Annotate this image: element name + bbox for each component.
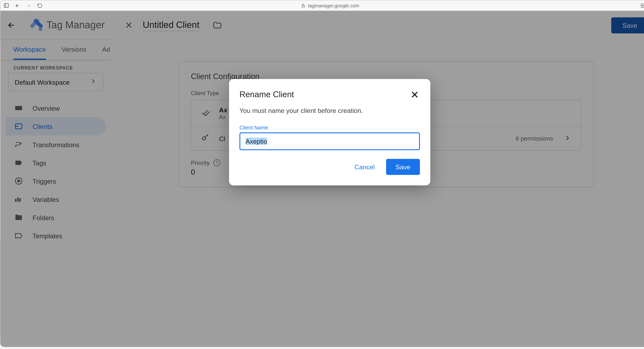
back-icon[interactable] [14,3,20,9]
modal-title: Rename Client [240,90,294,99]
rename-client-modal: Rename Client You must name your client … [229,79,430,185]
svg-rect-2 [302,5,304,7]
client-name-label: Client Name [240,125,420,131]
cancel-button[interactable]: Cancel [346,159,382,175]
browser-chrome: tagmanager.google.com [0,1,644,11]
forward-icon[interactable] [26,3,32,9]
modal-save-button[interactable]: Save [386,159,420,175]
reload-icon[interactable] [37,3,43,9]
modal-description: You must name your client before creatio… [240,107,420,114]
close-icon[interactable] [410,90,420,100]
url-text: tagmanager.google.com [308,3,359,8]
client-name-input[interactable]: Axeptio [240,132,420,150]
lock-icon [300,3,306,9]
sidebar-toggle-icon[interactable] [3,3,9,9]
svg-rect-0 [4,4,8,7]
share-icon[interactable] [640,3,644,9]
